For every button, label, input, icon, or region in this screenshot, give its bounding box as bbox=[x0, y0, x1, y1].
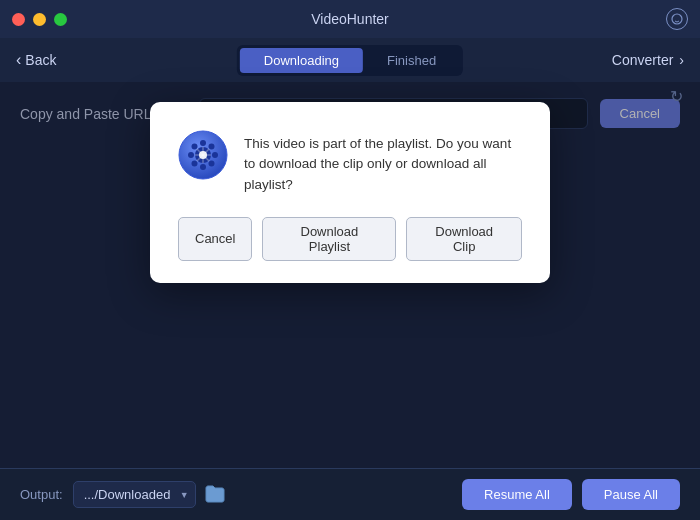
converter-label: Converter bbox=[612, 52, 673, 68]
back-label: Back bbox=[25, 52, 56, 68]
close-button[interactable] bbox=[12, 13, 25, 26]
bottom-bar: Output: .../Downloaded Resume All Pause … bbox=[0, 468, 700, 520]
film-reel-icon bbox=[178, 130, 228, 184]
svg-point-9 bbox=[209, 161, 215, 167]
output-label: Output: bbox=[20, 487, 63, 502]
dialog-actions: Cancel Download Playlist Download Clip bbox=[178, 217, 522, 261]
dialog-body: This video is part of the playlist. Do y… bbox=[178, 130, 522, 195]
svg-point-8 bbox=[192, 144, 198, 150]
app-title: VideoHunter bbox=[311, 11, 389, 27]
resume-all-button[interactable]: Resume All bbox=[462, 479, 572, 510]
svg-point-7 bbox=[212, 152, 218, 158]
converter-button[interactable]: Converter › bbox=[612, 52, 684, 68]
output-select-wrap: .../Downloaded bbox=[73, 481, 226, 508]
title-bar: VideoHunter bbox=[0, 0, 700, 38]
chat-icon[interactable] bbox=[666, 8, 688, 30]
back-arrow-icon: ‹ bbox=[16, 51, 21, 69]
back-button[interactable]: ‹ Back bbox=[16, 51, 56, 69]
tab-finished[interactable]: Finished bbox=[363, 48, 460, 73]
svg-point-10 bbox=[209, 144, 215, 150]
main-content: Copy and Paste URL here: Cancel ↻ bbox=[0, 82, 700, 468]
dialog-message: This video is part of the playlist. Do y… bbox=[244, 130, 522, 195]
dialog-overlay: This video is part of the playlist. Do y… bbox=[0, 82, 700, 468]
pause-all-button[interactable]: Pause All bbox=[582, 479, 680, 510]
maximize-button[interactable] bbox=[54, 13, 67, 26]
dialog: This video is part of the playlist. Do y… bbox=[150, 102, 550, 283]
nav-bar: ‹ Back Downloading Finished Converter › bbox=[0, 38, 700, 82]
bottom-right-actions: Resume All Pause All bbox=[462, 479, 680, 510]
window-controls bbox=[12, 13, 67, 26]
svg-point-4 bbox=[200, 140, 206, 146]
dialog-download-clip-button[interactable]: Download Clip bbox=[406, 217, 522, 261]
tab-downloading[interactable]: Downloading bbox=[240, 48, 363, 73]
minimize-button[interactable] bbox=[33, 13, 46, 26]
dialog-download-playlist-button[interactable]: Download Playlist bbox=[262, 217, 396, 261]
chevron-right-icon: › bbox=[679, 52, 684, 68]
nav-tabs: Downloading Finished bbox=[237, 45, 463, 76]
output-select[interactable]: .../Downloaded bbox=[73, 481, 196, 508]
title-bar-right bbox=[666, 8, 688, 30]
folder-icon[interactable] bbox=[204, 484, 226, 506]
dialog-cancel-button[interactable]: Cancel bbox=[178, 217, 252, 261]
svg-point-5 bbox=[200, 164, 206, 170]
output-select-container: .../Downloaded bbox=[73, 481, 196, 508]
svg-point-11 bbox=[192, 161, 198, 167]
svg-point-6 bbox=[188, 152, 194, 158]
